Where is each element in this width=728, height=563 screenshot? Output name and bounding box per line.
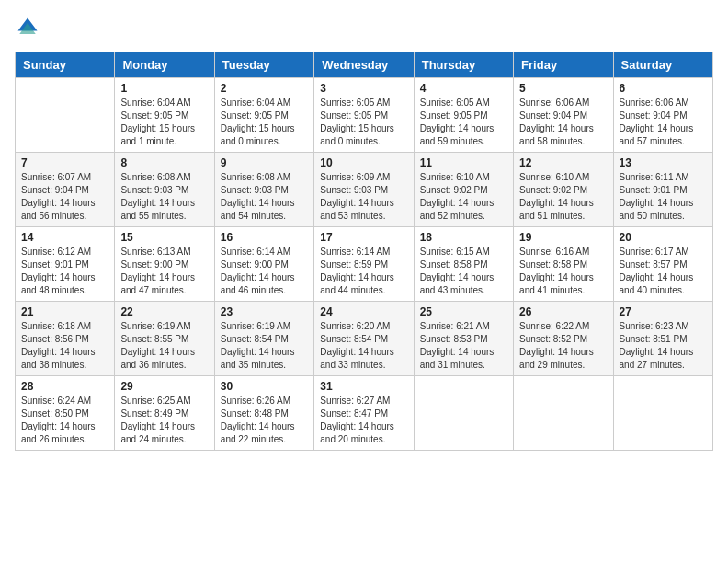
day-number: 31 (320, 380, 407, 393)
sunset-text: Sunset: 8:50 PM (21, 408, 108, 420)
sunset-text: Sunset: 9:02 PM (420, 184, 507, 197)
sunset-text: Sunset: 9:02 PM (519, 184, 607, 197)
calendar-cell: 8Sunrise: 6:08 AMSunset: 9:03 PMDaylight… (115, 153, 214, 227)
day-info: Sunrise: 6:11 AMSunset: 9:01 PMDaylight:… (620, 171, 707, 223)
day-number: 24 (320, 305, 407, 318)
day-number: 2 (221, 82, 308, 95)
sunrise-text: Sunrise: 6:05 AM (320, 97, 407, 109)
daylight-text: Daylight: 14 hours and 51 minutes. (519, 197, 607, 223)
sunrise-text: Sunrise: 6:17 AM (620, 246, 707, 259)
sunrise-text: Sunrise: 6:20 AM (320, 320, 407, 333)
daylight-text: Daylight: 14 hours and 35 minutes. (221, 346, 308, 372)
sunrise-text: Sunrise: 6:22 AM (519, 320, 607, 333)
daylight-text: Daylight: 14 hours and 22 minutes. (221, 420, 308, 446)
sunset-text: Sunset: 8:54 PM (320, 333, 407, 346)
sunrise-text: Sunrise: 6:15 AM (420, 246, 507, 259)
day-info: Sunrise: 6:19 AMSunset: 8:55 PMDaylight:… (120, 320, 208, 372)
calendar-cell: 25Sunrise: 6:21 AMSunset: 8:53 PMDayligh… (414, 302, 513, 376)
calendar-header-row: SundayMondayTuesdayWednesdayThursdayFrid… (16, 52, 713, 78)
day-info: Sunrise: 6:19 AMSunset: 8:54 PMDaylight:… (221, 320, 308, 372)
calendar-cell: 5Sunrise: 6:06 AMSunset: 9:04 PMDaylight… (514, 78, 613, 153)
day-number: 28 (21, 380, 108, 393)
day-info: Sunrise: 6:22 AMSunset: 8:52 PMDaylight:… (519, 320, 607, 372)
sunset-text: Sunset: 8:58 PM (519, 259, 607, 271)
sunset-text: Sunset: 8:47 PM (320, 408, 407, 420)
daylight-text: Daylight: 14 hours and 33 minutes. (320, 346, 407, 372)
day-info: Sunrise: 6:12 AMSunset: 9:01 PMDaylight:… (21, 246, 108, 297)
calendar-cell: 17Sunrise: 6:14 AMSunset: 8:59 PMDayligh… (314, 227, 414, 302)
calendar-cell: 15Sunrise: 6:13 AMSunset: 9:00 PMDayligh… (115, 227, 214, 302)
calendar-cell (613, 376, 712, 451)
daylight-text: Daylight: 14 hours and 48 minutes. (21, 271, 108, 297)
day-info: Sunrise: 6:17 AMSunset: 8:57 PMDaylight:… (620, 246, 707, 297)
sunrise-text: Sunrise: 6:08 AM (120, 171, 208, 184)
calendar-cell: 28Sunrise: 6:24 AMSunset: 8:50 PMDayligh… (16, 376, 115, 451)
sunset-text: Sunset: 8:53 PM (420, 333, 507, 346)
sunrise-text: Sunrise: 6:12 AM (21, 246, 108, 259)
weekday-header-thursday: Thursday (414, 52, 513, 78)
calendar-week-row: 7Sunrise: 6:07 AMSunset: 9:04 PMDaylight… (16, 153, 713, 227)
day-info: Sunrise: 6:24 AMSunset: 8:50 PMDaylight:… (21, 395, 108, 446)
sunset-text: Sunset: 9:05 PM (320, 109, 407, 122)
calendar-cell: 11Sunrise: 6:10 AMSunset: 9:02 PMDayligh… (414, 153, 513, 227)
sunset-text: Sunset: 9:04 PM (21, 184, 108, 197)
sunrise-text: Sunrise: 6:14 AM (221, 246, 308, 259)
calendar-cell: 9Sunrise: 6:08 AMSunset: 9:03 PMDaylight… (214, 153, 313, 227)
sunset-text: Sunset: 8:56 PM (21, 333, 108, 346)
day-info: Sunrise: 6:08 AMSunset: 9:03 PMDaylight:… (120, 171, 208, 223)
sunset-text: Sunset: 9:01 PM (620, 184, 707, 197)
day-number: 22 (120, 305, 208, 318)
calendar-cell: 30Sunrise: 6:26 AMSunset: 8:48 PMDayligh… (214, 376, 313, 451)
weekday-header-tuesday: Tuesday (214, 52, 313, 78)
sunset-text: Sunset: 9:04 PM (519, 109, 607, 122)
sunrise-text: Sunrise: 6:19 AM (120, 320, 208, 333)
sunrise-text: Sunrise: 6:08 AM (221, 171, 308, 184)
calendar-cell: 3Sunrise: 6:05 AMSunset: 9:05 PMDaylight… (314, 78, 414, 153)
day-number: 27 (620, 305, 707, 318)
calendar-cell: 22Sunrise: 6:19 AMSunset: 8:55 PMDayligh… (115, 302, 214, 376)
sunset-text: Sunset: 9:05 PM (420, 109, 507, 122)
day-info: Sunrise: 6:14 AMSunset: 8:59 PMDaylight:… (320, 246, 407, 297)
day-number: 4 (420, 82, 507, 95)
sunrise-text: Sunrise: 6:13 AM (120, 246, 208, 259)
day-number: 5 (519, 82, 607, 95)
sunrise-text: Sunrise: 6:24 AM (21, 395, 108, 408)
weekday-header-saturday: Saturday (613, 52, 712, 78)
daylight-text: Daylight: 14 hours and 46 minutes. (221, 271, 308, 297)
calendar-table: SundayMondayTuesdayWednesdayThursdayFrid… (15, 52, 713, 451)
day-info: Sunrise: 6:08 AMSunset: 9:03 PMDaylight:… (221, 171, 308, 223)
calendar-cell (414, 376, 513, 451)
day-info: Sunrise: 6:04 AMSunset: 9:05 PMDaylight:… (120, 97, 208, 148)
calendar-cell: 6Sunrise: 6:06 AMSunset: 9:04 PMDaylight… (613, 78, 712, 153)
sunset-text: Sunset: 9:01 PM (21, 259, 108, 271)
daylight-text: Daylight: 14 hours and 50 minutes. (620, 197, 707, 223)
day-info: Sunrise: 6:05 AMSunset: 9:05 PMDaylight:… (420, 97, 507, 148)
sunrise-text: Sunrise: 6:26 AM (221, 395, 308, 408)
calendar-cell: 24Sunrise: 6:20 AMSunset: 8:54 PMDayligh… (314, 302, 414, 376)
calendar-cell (16, 78, 115, 153)
daylight-text: Daylight: 14 hours and 29 minutes. (519, 346, 607, 372)
calendar-cell: 10Sunrise: 6:09 AMSunset: 9:03 PMDayligh… (314, 153, 414, 227)
day-info: Sunrise: 6:21 AMSunset: 8:53 PMDaylight:… (420, 320, 507, 372)
sunrise-text: Sunrise: 6:06 AM (519, 97, 607, 109)
day-number: 29 (120, 380, 208, 393)
sunset-text: Sunset: 8:54 PM (221, 333, 308, 346)
day-info: Sunrise: 6:07 AMSunset: 9:04 PMDaylight:… (21, 171, 108, 223)
day-number: 20 (620, 231, 707, 244)
daylight-text: Daylight: 15 hours and 0 minutes. (320, 122, 407, 148)
sunset-text: Sunset: 9:00 PM (221, 259, 308, 271)
calendar-cell: 20Sunrise: 6:17 AMSunset: 8:57 PMDayligh… (613, 227, 712, 302)
daylight-text: Daylight: 14 hours and 40 minutes. (620, 271, 707, 297)
day-number: 18 (420, 231, 507, 244)
calendar-cell: 13Sunrise: 6:11 AMSunset: 9:01 PMDayligh… (613, 153, 712, 227)
sunset-text: Sunset: 9:03 PM (221, 184, 308, 197)
day-number: 8 (120, 156, 208, 169)
calendar-week-row: 1Sunrise: 6:04 AMSunset: 9:05 PMDaylight… (16, 78, 713, 153)
calendar-cell: 14Sunrise: 6:12 AMSunset: 9:01 PMDayligh… (16, 227, 115, 302)
day-info: Sunrise: 6:27 AMSunset: 8:47 PMDaylight:… (320, 395, 407, 446)
sunset-text: Sunset: 9:03 PM (320, 184, 407, 197)
sunrise-text: Sunrise: 6:14 AM (320, 246, 407, 259)
day-info: Sunrise: 6:04 AMSunset: 9:05 PMDaylight:… (221, 97, 308, 148)
daylight-text: Daylight: 14 hours and 59 minutes. (420, 122, 507, 148)
calendar-cell: 2Sunrise: 6:04 AMSunset: 9:05 PMDaylight… (214, 78, 313, 153)
